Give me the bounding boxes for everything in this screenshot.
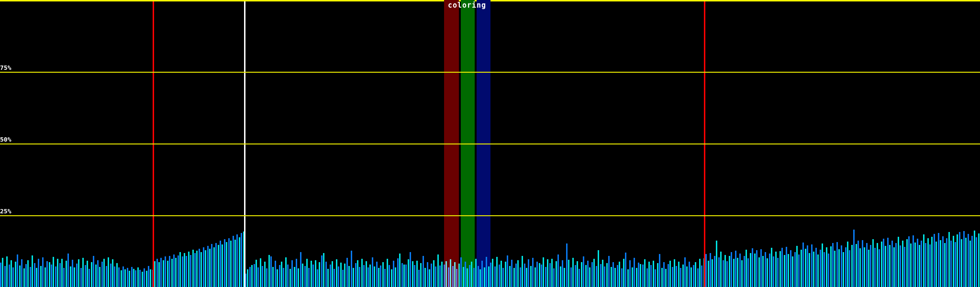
bar [342, 270, 344, 287]
bar [593, 259, 595, 287]
bar [192, 250, 194, 287]
bar [226, 242, 227, 287]
bar [919, 245, 920, 287]
bar [287, 265, 289, 287]
bar [224, 239, 225, 287]
bar [363, 265, 365, 287]
bar [382, 262, 384, 287]
bar [868, 250, 869, 287]
bar [621, 268, 623, 287]
bar [729, 256, 730, 287]
bar [53, 257, 54, 287]
bar [283, 268, 284, 287]
bar [900, 245, 901, 287]
bar [496, 257, 498, 287]
bar [627, 269, 629, 287]
bar [557, 254, 559, 287]
bar [163, 260, 164, 287]
bar [182, 256, 183, 287]
bar [948, 232, 950, 287]
bar [36, 268, 37, 287]
bar [344, 264, 345, 287]
bar [70, 266, 71, 287]
bar [285, 257, 287, 287]
bar [942, 236, 944, 287]
bar [836, 242, 838, 287]
bar [121, 270, 122, 287]
bar [568, 260, 569, 287]
bar [887, 238, 889, 287]
bar [330, 265, 331, 287]
bar [843, 252, 844, 287]
bar [760, 249, 762, 287]
bar [509, 266, 511, 287]
bar [893, 247, 895, 287]
bar [944, 243, 946, 287]
bar [369, 265, 371, 287]
bar [826, 247, 827, 287]
bar [853, 230, 855, 287]
bar [968, 234, 969, 287]
gridline-75 [0, 72, 980, 73]
bar [575, 265, 576, 287]
bar [78, 259, 79, 287]
bar [17, 254, 18, 287]
bar [809, 253, 810, 287]
bar [34, 263, 35, 287]
bar [562, 260, 563, 287]
bar [705, 254, 707, 287]
bar [268, 255, 270, 287]
bar [784, 255, 785, 287]
bar [566, 243, 568, 287]
profiler-usage-graph: 75% 50% 25% coloring [0, 0, 980, 287]
bar [171, 259, 173, 287]
bar [348, 266, 350, 287]
bar [549, 263, 551, 287]
bar [441, 262, 443, 287]
y-tick-50: 50% [0, 136, 11, 143]
bar [103, 259, 105, 287]
bar [384, 269, 386, 287]
bar [891, 241, 893, 287]
bar [323, 253, 324, 287]
bar [682, 265, 684, 287]
bar [275, 261, 276, 287]
bar [492, 259, 493, 287]
bar [220, 241, 221, 287]
bar [91, 262, 92, 287]
bar [680, 268, 681, 287]
bar [167, 261, 168, 287]
bar [76, 264, 78, 287]
bar [971, 236, 973, 287]
bar [101, 262, 103, 287]
bar [21, 259, 22, 287]
bar [771, 248, 772, 287]
bar [372, 257, 373, 287]
bar [178, 255, 179, 287]
bar [718, 257, 720, 287]
bar [650, 265, 652, 287]
bar [6, 256, 8, 287]
bar [929, 244, 931, 287]
bar [585, 265, 587, 287]
bar [668, 264, 669, 287]
bar [184, 253, 185, 287]
bar [780, 251, 781, 287]
bar [133, 269, 134, 287]
bar [737, 258, 738, 287]
bar [678, 262, 679, 287]
bar [807, 245, 808, 287]
bar [74, 267, 75, 287]
bar [642, 265, 644, 287]
bar [222, 244, 223, 287]
bar [697, 268, 699, 287]
bar [762, 256, 764, 287]
bar [921, 241, 922, 287]
bar [790, 250, 791, 287]
bar [501, 261, 502, 287]
bar [85, 265, 86, 287]
bar [756, 250, 757, 287]
bar [693, 265, 694, 287]
bar [311, 261, 312, 287]
bar [281, 262, 282, 287]
